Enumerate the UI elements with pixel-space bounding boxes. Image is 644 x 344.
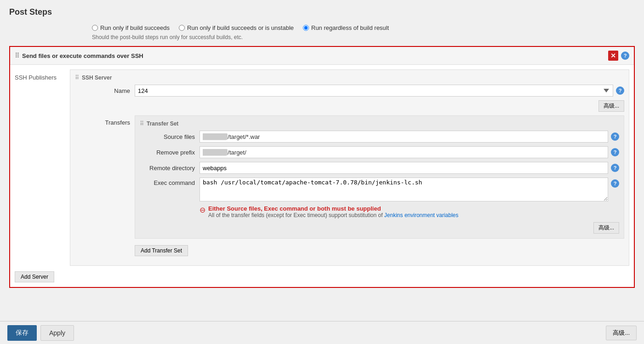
add-server-button[interactable]: Add Server: [15, 271, 54, 282]
error-main-text: Either Source files, Exec command or bot…: [208, 205, 458, 212]
remove-prefix-blur: ██████: [203, 149, 228, 155]
exec-command-label: Exec command: [140, 178, 195, 186]
name-help-icon[interactable]: ?: [616, 86, 624, 95]
remote-directory-help-icon[interactable]: ?: [611, 164, 619, 172]
remove-prefix-label: Remove prefix: [140, 149, 195, 156]
name-label: Name: [75, 87, 130, 94]
radio-hint: Should the post-build steps run only for…: [9, 34, 635, 40]
radio-build-succeeds[interactable]: [92, 25, 98, 31]
source-files-blur: ██████: [203, 133, 228, 140]
close-section-button[interactable]: ✕: [608, 51, 618, 61]
transfer-set-title: ⠿ Transfer Set: [140, 120, 619, 127]
right-footer: 高级...: [606, 326, 637, 340]
source-files-help-icon[interactable]: ?: [611, 132, 619, 141]
send-ssh-section: ⠿ Send files or execute commands over SS…: [9, 46, 635, 288]
transfers-content: ⠿ Transfer Set Source files: [135, 115, 624, 256]
ssh-server-section: ⠿ SSH Server Name 124 ?: [75, 75, 624, 256]
transfer-set-drag-icon: ⠿: [140, 120, 144, 127]
section-body: SSH Publishers ⠿ SSH Server Name: [10, 65, 634, 287]
remote-directory-label: Remote directory: [140, 165, 195, 172]
source-files-suffix: /target/*.war: [228, 133, 260, 140]
advanced-button-1[interactable]: 高级...: [598, 100, 624, 112]
exec-command-textarea[interactable]: bash /usr/local/tomcat/apache-tomcat-7.0…: [199, 178, 608, 201]
radio-group: Run only if build succeeds Run only if b…: [9, 24, 635, 31]
page-container: Post Steps Run only if build succeeds Ru…: [0, 0, 644, 344]
advanced-button-2[interactable]: 高级...: [593, 222, 619, 234]
error-sub-text: All of the transfer fields (except for E…: [208, 212, 458, 218]
drag-handle-icon[interactable]: ⠿: [15, 52, 19, 59]
section-help-icon[interactable]: ?: [621, 52, 629, 60]
advanced-row: 高级...: [75, 100, 624, 112]
remove-prefix-row: Remove prefix ██████ /target/ ?: [140, 146, 619, 158]
publishers-label: SSH Publishers: [15, 69, 70, 266]
source-files-label: Source files: [140, 133, 195, 140]
transfers-row: Transfers ⠿ Transfer Set: [75, 115, 624, 256]
exec-command-row: Exec command bash /usr/local/tomcat/apac…: [140, 178, 619, 201]
save-button[interactable]: 保存: [7, 325, 37, 341]
radio-build-succeeds-unstable[interactable]: [179, 25, 185, 31]
section-header: ⠿ Send files or execute commands over SS…: [10, 47, 634, 65]
error-icon: ⊖: [199, 206, 205, 214]
radio-option-3[interactable]: Run regardless of build result: [303, 24, 389, 31]
name-select[interactable]: 124: [135, 85, 613, 97]
main-content: Post Steps Run only if build succeeds Ru…: [0, 0, 644, 288]
radio-build-regardless[interactable]: [303, 25, 309, 31]
env-variables-link[interactable]: Jenkins environment variables: [384, 212, 458, 218]
remote-directory-row: Remote directory ?: [140, 162, 619, 174]
right-advanced-button[interactable]: 高级...: [606, 326, 637, 340]
transfer-set-box: ⠿ Transfer Set Source files: [135, 115, 624, 239]
publishers-layout: SSH Publishers ⠿ SSH Server Name: [15, 69, 629, 266]
ssh-server-title: ⠿ SSH Server: [75, 75, 624, 81]
radio-option-1[interactable]: Run only if build succeeds: [92, 24, 170, 31]
radio-option-2[interactable]: Run only if build succeeds or is unstabl…: [179, 24, 294, 31]
advanced-row-2: 高级...: [140, 222, 619, 234]
remove-prefix-help-icon[interactable]: ?: [611, 148, 619, 156]
apply-button[interactable]: Apply: [40, 325, 74, 341]
add-server-row: Add Server: [15, 269, 629, 282]
remote-directory-input[interactable]: [199, 162, 608, 174]
page-title: Post Steps: [9, 7, 635, 17]
transfers-label: Transfers: [75, 115, 130, 256]
source-files-row: Source files ██████ /target/*.war ?: [140, 131, 619, 143]
footer-bar: 保存 Apply 高级...: [0, 321, 644, 344]
error-section: ⊖ Either Source files, Exec command or b…: [199, 205, 619, 218]
ssh-server-drag-icon: ⠿: [75, 75, 79, 81]
add-transfer-set-button[interactable]: Add Transfer Set: [135, 245, 188, 256]
error-row: ⊖ Either Source files, Exec command or b…: [199, 205, 619, 218]
name-row: Name 124 ?: [75, 85, 624, 97]
publishers-content: ⠿ SSH Server Name 124 ?: [70, 69, 629, 266]
exec-command-help-icon[interactable]: ?: [611, 179, 619, 188]
section-title: ⠿ Send files or execute commands over SS…: [15, 52, 143, 59]
remove-prefix-suffix: /target/: [228, 149, 246, 156]
